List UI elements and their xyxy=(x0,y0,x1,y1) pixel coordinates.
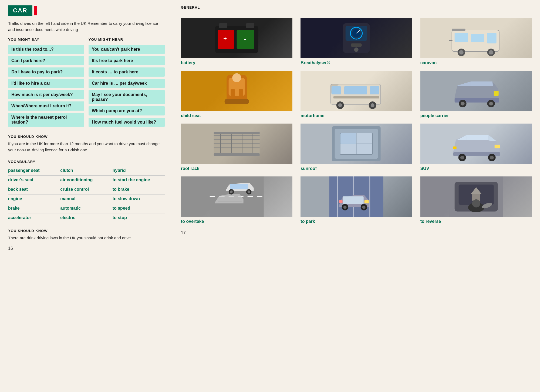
divider-1 xyxy=(8,132,165,132)
svg-rect-100 xyxy=(364,200,369,203)
you-should-know-label-2: YOU SHOULD KNOW xyxy=(8,229,165,233)
vocab-5-2: to stop xyxy=(113,213,165,222)
svg-rect-2 xyxy=(246,23,254,28)
vocab-2-1: cruise control xyxy=(60,185,112,194)
svg-point-41 xyxy=(371,103,374,107)
image-park xyxy=(301,176,412,217)
image-sunroof xyxy=(301,124,412,164)
vocab-3-0: engine xyxy=(8,194,60,203)
label-child-seat: child seat xyxy=(181,113,201,118)
svg-point-87 xyxy=(230,190,233,193)
you-should-know-label-1: YOU SHOULD KNOW xyxy=(8,135,165,139)
svg-point-39 xyxy=(338,103,342,107)
phrase-hear-7: How much fuel would you like? xyxy=(89,118,165,127)
svg-text:-: - xyxy=(244,35,246,42)
svg-rect-19 xyxy=(452,29,465,31)
svg-rect-50 xyxy=(494,91,498,96)
image-cell-child-seat: child seat xyxy=(181,71,292,118)
image-overtake xyxy=(181,176,292,217)
image-cell-breathalyser: Breathalyser® xyxy=(301,18,412,65)
svg-rect-29 xyxy=(231,89,235,97)
svg-text:+: + xyxy=(223,35,227,42)
svg-rect-101 xyxy=(339,200,343,203)
svg-rect-67 xyxy=(340,133,356,144)
svg-point-49 xyxy=(489,102,493,105)
phrase-say-2: Can I park here? xyxy=(8,56,84,65)
svg-marker-43 xyxy=(457,81,471,86)
svg-rect-61 xyxy=(214,153,260,156)
vocab-3-1: manual xyxy=(60,194,112,203)
you-might-hear-col: YOU MIGHT HEAR You can/can't park here I… xyxy=(89,38,165,128)
vocab-4-1: automatic xyxy=(60,204,112,213)
svg-rect-34 xyxy=(332,86,341,94)
svg-marker-44 xyxy=(471,81,493,86)
svg-rect-16 xyxy=(487,33,496,43)
image-cell-overtake: to overtake xyxy=(181,176,292,224)
vocab-4-2: to speed xyxy=(113,204,165,213)
label-park: to park xyxy=(301,219,315,224)
svg-point-77 xyxy=(490,156,494,159)
label-reverse: to reverse xyxy=(420,219,441,224)
image-caravan xyxy=(420,18,532,58)
image-people-carrier xyxy=(420,71,532,111)
divider-2 xyxy=(8,157,165,157)
divider-3 xyxy=(8,226,165,226)
vocab-1-0: driver's seat xyxy=(8,175,60,184)
right-divider xyxy=(181,11,532,11)
svg-point-99 xyxy=(362,206,366,209)
left-page: CAR Traffic drives on the left hand side… xyxy=(0,0,173,392)
image-cell-people-carrier: people carrier xyxy=(420,71,532,118)
svg-point-24 xyxy=(489,50,493,54)
image-motorhome xyxy=(301,71,412,111)
svg-point-108 xyxy=(472,199,480,207)
vocab-1-1: air conditioning xyxy=(60,175,112,184)
image-cell-sunroof: sunroof xyxy=(301,124,412,171)
phrase-hear-5: May I see your documents, please? xyxy=(89,90,165,104)
right-page: GENERAL + - battery xyxy=(173,0,540,392)
page-header: CAR xyxy=(8,5,165,16)
vocab-0-1: clutch xyxy=(60,166,112,175)
header-accent xyxy=(34,6,37,15)
vocab-0-0: passenger seat xyxy=(8,166,60,175)
svg-rect-1 xyxy=(219,23,227,28)
label-motorhome: motorhome xyxy=(301,113,324,118)
label-suv: SUV xyxy=(420,166,429,171)
svg-point-47 xyxy=(461,102,464,105)
phrase-hear-4: Car hire is … per day/week xyxy=(89,79,165,88)
phrase-hear-2: It's free to park here xyxy=(89,56,165,65)
phrase-say-1: Is this the road to...? xyxy=(8,45,84,54)
image-suv xyxy=(420,124,532,164)
phrase-say-4: I'd like to hire a car xyxy=(8,79,84,88)
svg-rect-35 xyxy=(370,86,379,94)
you-might-say-col: YOU MIGHT SAY Is this the road to...? Ca… xyxy=(8,38,84,128)
svg-marker-71 xyxy=(467,135,488,140)
svg-rect-95 xyxy=(343,196,364,204)
svg-point-89 xyxy=(248,190,250,193)
svg-point-97 xyxy=(343,206,347,209)
svg-rect-85 xyxy=(230,184,248,189)
image-reverse xyxy=(420,176,532,217)
you-might-say-label: YOU MIGHT SAY xyxy=(8,38,84,42)
should-know-text-2: There are drink driving laws in the UK y… xyxy=(8,235,165,241)
vocab-5-1: electric xyxy=(60,213,112,222)
intro-text: Traffic drives on the left hand side in … xyxy=(8,21,165,33)
svg-rect-36 xyxy=(344,86,367,94)
svg-point-28 xyxy=(232,73,241,82)
image-grid: + - battery Breathalyser® xyxy=(181,18,532,224)
you-might-hear-label: YOU MIGHT HEAR xyxy=(89,38,165,42)
phrase-say-7: Where is the nearest petrol station? xyxy=(8,113,84,127)
vocabulary-label: VOCABULARY xyxy=(8,160,165,164)
image-breathalyser xyxy=(301,18,412,58)
vocab-4-0: brake xyxy=(8,204,60,213)
vocab-2-2: to brake xyxy=(113,185,165,194)
image-cell-caravan: caravan xyxy=(420,18,532,65)
image-roof-rack xyxy=(181,124,292,164)
phrase-say-5: How much is it per day/week? xyxy=(8,90,84,99)
svg-rect-17 xyxy=(454,33,468,42)
page-number-left: 16 xyxy=(8,246,165,251)
svg-point-75 xyxy=(460,156,464,159)
vocab-5-0: accelerator xyxy=(8,213,60,222)
image-cell-park: to park xyxy=(301,176,412,224)
svg-rect-18 xyxy=(471,34,484,42)
image-cell-suv: SUV xyxy=(420,124,532,171)
